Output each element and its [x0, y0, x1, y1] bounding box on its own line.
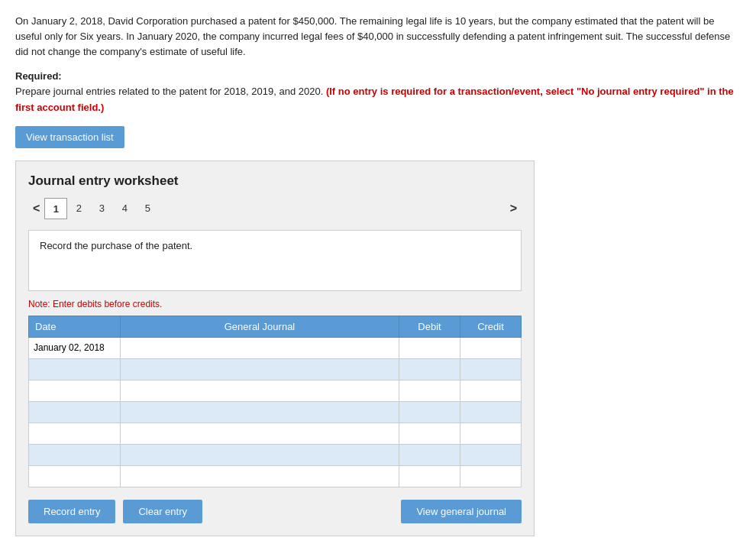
date-input[interactable]	[29, 466, 120, 487]
credit-cell[interactable]	[460, 465, 522, 487]
debit-cell[interactable]	[399, 358, 460, 380]
page-next-button[interactable]: >	[506, 200, 522, 217]
col-header-general-journal: General Journal	[121, 316, 399, 337]
debit-cell[interactable]	[399, 444, 460, 465]
credit-input[interactable]	[460, 380, 521, 401]
credit-cell[interactable]	[460, 444, 522, 465]
debit-input[interactable]	[399, 402, 460, 423]
record-entry-button[interactable]: Record entry	[28, 500, 115, 523]
journal-table: Date General Journal Debit Credit	[28, 316, 522, 487]
credit-input[interactable]	[460, 423, 521, 444]
date-cell[interactable]	[29, 401, 121, 423]
debit-input[interactable]	[399, 359, 460, 380]
general-journal-input[interactable]	[121, 359, 399, 380]
date-input[interactable]	[29, 380, 120, 401]
credit-cell[interactable]	[460, 423, 522, 444]
col-header-date: Date	[29, 316, 121, 337]
date-input[interactable]	[29, 423, 120, 444]
credit-input[interactable]	[460, 338, 521, 358]
worksheet-description: Record the purchase of the patent.	[28, 230, 522, 291]
general-journal-cell[interactable]	[121, 380, 399, 401]
general-journal-input[interactable]	[121, 466, 399, 487]
table-row	[29, 337, 522, 358]
date-cell[interactable]	[29, 423, 121, 444]
required-body-plain: Prepare journal entries related to the p…	[15, 86, 326, 97]
credit-input[interactable]	[460, 466, 521, 487]
page-prev-button[interactable]: <	[28, 200, 44, 217]
date-input[interactable]	[29, 445, 120, 465]
table-row	[29, 380, 522, 401]
page-4[interactable]: 4	[113, 198, 136, 219]
general-journal-input[interactable]	[121, 338, 399, 358]
debit-cell[interactable]	[399, 423, 460, 444]
general-journal-cell[interactable]	[121, 444, 399, 465]
credit-input[interactable]	[460, 359, 521, 380]
col-header-credit: Credit	[460, 316, 522, 337]
worksheet-container: Journal entry worksheet < 1 2 3 4 5 > Re…	[15, 160, 535, 536]
view-general-journal-button[interactable]: View general journal	[401, 500, 522, 523]
pagination: < 1 2 3 4 5 >	[28, 198, 522, 219]
debit-input[interactable]	[399, 466, 460, 487]
credit-input[interactable]	[460, 445, 521, 465]
required-body: Prepare journal entries related to the p…	[15, 84, 741, 115]
general-journal-input[interactable]	[121, 445, 399, 465]
credit-input[interactable]	[460, 402, 521, 423]
date-cell[interactable]	[29, 465, 121, 487]
date-cell[interactable]	[29, 337, 121, 358]
general-journal-cell[interactable]	[121, 337, 399, 358]
debit-input[interactable]	[399, 445, 460, 465]
page-5[interactable]: 5	[136, 198, 159, 219]
date-cell[interactable]	[29, 380, 121, 401]
table-row	[29, 423, 522, 444]
date-cell[interactable]	[29, 358, 121, 380]
credit-cell[interactable]	[460, 401, 522, 423]
debit-input[interactable]	[399, 338, 460, 358]
general-journal-cell[interactable]	[121, 358, 399, 380]
table-row	[29, 401, 522, 423]
credit-cell[interactable]	[460, 358, 522, 380]
view-transaction-button[interactable]: View transaction list	[15, 126, 124, 148]
general-journal-cell[interactable]	[121, 465, 399, 487]
debit-cell[interactable]	[399, 401, 460, 423]
note-text: Note: Enter debits before credits.	[28, 299, 522, 309]
general-journal-input[interactable]	[121, 423, 399, 444]
general-journal-cell[interactable]	[121, 423, 399, 444]
table-row	[29, 444, 522, 465]
general-journal-input[interactable]	[121, 402, 399, 423]
date-input[interactable]	[29, 338, 120, 358]
required-label: Required:	[15, 70, 741, 82]
credit-cell[interactable]	[460, 337, 522, 358]
debit-input[interactable]	[399, 423, 460, 444]
debit-cell[interactable]	[399, 465, 460, 487]
general-journal-cell[interactable]	[121, 401, 399, 423]
page-3[interactable]: 3	[90, 198, 113, 219]
col-header-debit: Debit	[399, 316, 460, 337]
worksheet-title: Journal entry worksheet	[28, 173, 522, 189]
table-row	[29, 358, 522, 380]
table-row	[29, 465, 522, 487]
date-input[interactable]	[29, 359, 120, 380]
credit-cell[interactable]	[460, 380, 522, 401]
intro-paragraph: On January 2, 2018, David Corporation pu…	[15, 14, 741, 60]
page-2[interactable]: 2	[67, 198, 90, 219]
table-header-row: Date General Journal Debit Credit	[29, 316, 522, 337]
debit-cell[interactable]	[399, 380, 460, 401]
debit-input[interactable]	[399, 380, 460, 401]
general-journal-input[interactable]	[121, 380, 399, 401]
date-cell[interactable]	[29, 444, 121, 465]
date-input[interactable]	[29, 402, 120, 423]
action-row: Record entry Clear entry View general jo…	[28, 500, 522, 523]
required-section: Required: Prepare journal entries relate…	[15, 70, 741, 115]
debit-cell[interactable]	[399, 337, 460, 358]
page-1[interactable]: 1	[44, 198, 67, 219]
clear-entry-button[interactable]: Clear entry	[123, 500, 202, 523]
